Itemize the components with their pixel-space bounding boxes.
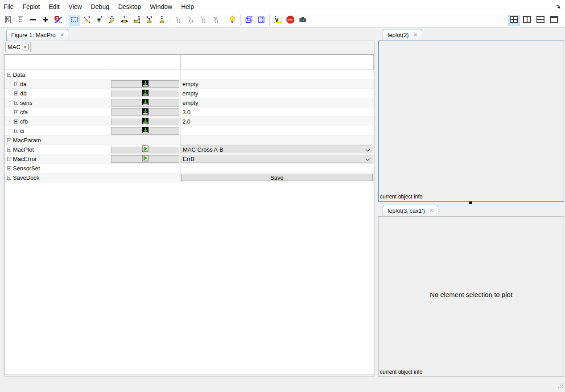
tab-feplot2[interactable]: feplot(2) ✕ bbox=[383, 29, 422, 41]
macplot-dropdown[interactable]: MAC Cross A-B bbox=[181, 145, 373, 153]
tab-figure1-macpro[interactable]: Figure 1: MacPro ✕ bbox=[6, 29, 69, 41]
view-3d-cube-button[interactable] bbox=[243, 15, 255, 26]
select-region-button[interactable] bbox=[69, 15, 80, 26]
dropdown-value: ErrB bbox=[183, 156, 194, 162]
tree-node-label[interactable]: MacPlot bbox=[13, 146, 34, 153]
view-flat-button[interactable] bbox=[256, 15, 267, 26]
download-icon bbox=[142, 80, 149, 88]
snapshot-button[interactable] bbox=[297, 15, 309, 26]
menu-window[interactable]: Window bbox=[146, 3, 176, 10]
expand-icon[interactable] bbox=[14, 129, 18, 133]
layout-grid-button[interactable] bbox=[508, 15, 520, 26]
tab-mac[interactable]: MAC × bbox=[5, 42, 31, 52]
download-button[interactable] bbox=[111, 99, 179, 107]
tab-label: Figure 1: MacPro bbox=[11, 32, 56, 38]
edit-object-button[interactable] bbox=[81, 15, 93, 26]
expand-icon[interactable] bbox=[14, 101, 18, 105]
menu-view[interactable]: View bbox=[65, 3, 86, 10]
tree-node-label[interactable]: Data bbox=[13, 71, 25, 78]
layout-buttons-group bbox=[507, 15, 561, 26]
close-icon[interactable]: × bbox=[22, 44, 29, 50]
tree-node-label[interactable]: ci bbox=[20, 128, 24, 134]
tree-node-label[interactable]: sens bbox=[20, 99, 32, 106]
download-button[interactable] bbox=[111, 108, 179, 116]
macerror-dropdown[interactable]: ErrB bbox=[181, 155, 373, 163]
tree-row-sensorset: SensorSet bbox=[4, 164, 374, 173]
current-object-info: current object info bbox=[380, 194, 422, 200]
rotate-view-z-button[interactable]: z bbox=[198, 15, 209, 26]
collapse-icon[interactable] bbox=[7, 73, 11, 77]
expand-icon[interactable] bbox=[7, 148, 11, 152]
iconify-properties-button[interactable] bbox=[15, 15, 26, 26]
expand-icon[interactable] bbox=[14, 91, 18, 95]
rotate-object-button[interactable] bbox=[106, 15, 118, 26]
rotate-view-free-button[interactable] bbox=[210, 15, 222, 26]
close-icon[interactable]: ✕ bbox=[429, 208, 433, 213]
rotate-object-icon bbox=[107, 15, 116, 25]
cycle-animation-button[interactable] bbox=[156, 15, 168, 26]
download-button[interactable] bbox=[111, 90, 179, 97]
subtab-label: MAC bbox=[8, 44, 21, 50]
tree-node-label[interactable]: SaveDock bbox=[13, 174, 39, 181]
feplot2-panel: current object info bbox=[378, 41, 564, 202]
close-icon[interactable]: ✕ bbox=[413, 33, 417, 37]
download-button[interactable] bbox=[111, 118, 179, 125]
translate-y-button[interactable] bbox=[131, 15, 143, 26]
toolbar-separator bbox=[66, 15, 66, 26]
translate-x-button[interactable] bbox=[119, 15, 130, 26]
download-button[interactable] bbox=[111, 127, 179, 135]
add-item-button[interactable] bbox=[40, 15, 51, 26]
menu-help[interactable]: Help bbox=[177, 3, 198, 10]
tree-node-label[interactable]: cfa bbox=[20, 109, 28, 116]
toolbar: MSxyzSTOP bbox=[0, 13, 565, 28]
undock-arrow-icon[interactable] bbox=[555, 4, 561, 10]
center-node-icon bbox=[95, 15, 104, 25]
add-node-marker-button[interactable] bbox=[272, 15, 284, 26]
expand-icon[interactable] bbox=[7, 138, 11, 142]
rotate-view-y-button[interactable]: y bbox=[185, 15, 197, 26]
stop-button[interactable]: STOP bbox=[285, 15, 296, 26]
model-properties-button[interactable]: M bbox=[2, 15, 14, 26]
run-button[interactable] bbox=[111, 155, 179, 163]
download-button[interactable] bbox=[111, 80, 179, 88]
sdt-curve-plot-button[interactable]: S bbox=[52, 15, 64, 26]
run-button[interactable] bbox=[111, 146, 179, 153]
tree-row-ci: ci bbox=[4, 126, 374, 136]
header-cell-name bbox=[4, 55, 110, 70]
expand-icon[interactable] bbox=[14, 110, 18, 114]
deform-scale-button[interactable] bbox=[144, 15, 155, 26]
expand-icon[interactable] bbox=[7, 166, 11, 170]
layout-rows-button[interactable] bbox=[535, 15, 546, 26]
tree-node-label[interactable]: SensorSet bbox=[13, 165, 40, 172]
layout-rows-icon bbox=[536, 16, 545, 25]
tree-node-label[interactable]: db bbox=[20, 90, 26, 97]
tab-feplot3-cax1[interactable]: feplot(3,'cax1') ✕ bbox=[383, 205, 438, 216]
translate-y-icon bbox=[132, 15, 141, 25]
menu-desktop[interactable]: Desktop bbox=[115, 3, 144, 10]
resize-grip-icon[interactable] bbox=[558, 382, 563, 390]
layout-columns-button[interactable] bbox=[521, 15, 533, 26]
value-text: empty bbox=[181, 99, 198, 106]
rotate-view-y-icon: y bbox=[186, 15, 195, 25]
tree-node-label[interactable]: da bbox=[20, 81, 26, 87]
save-button[interactable]: Save bbox=[181, 174, 373, 181]
expand-icon[interactable] bbox=[7, 157, 11, 161]
expand-icon[interactable] bbox=[7, 176, 11, 180]
translate-x-icon bbox=[120, 15, 129, 25]
menu-feplot[interactable]: Feplot bbox=[19, 3, 44, 10]
menu-debug[interactable]: Debug bbox=[87, 3, 113, 10]
expand-icon[interactable] bbox=[14, 82, 18, 86]
tree-node-label[interactable]: cfb bbox=[20, 118, 28, 125]
expand-icon[interactable] bbox=[14, 120, 18, 124]
close-icon[interactable]: ✕ bbox=[60, 33, 64, 37]
layout-maximized-button[interactable] bbox=[548, 15, 560, 26]
tree-connector bbox=[4, 117, 14, 126]
remove-item-button[interactable] bbox=[27, 15, 39, 26]
tree-node-label[interactable]: MacError bbox=[13, 156, 37, 162]
rotate-view-x-button[interactable]: x bbox=[173, 15, 184, 26]
menu-file[interactable]: File bbox=[0, 3, 17, 10]
toggle-light-button[interactable] bbox=[227, 15, 238, 26]
tree-node-label[interactable]: MacParam bbox=[13, 137, 41, 144]
center-node-button[interactable] bbox=[94, 15, 105, 26]
menu-edit[interactable]: Edit bbox=[45, 3, 63, 10]
